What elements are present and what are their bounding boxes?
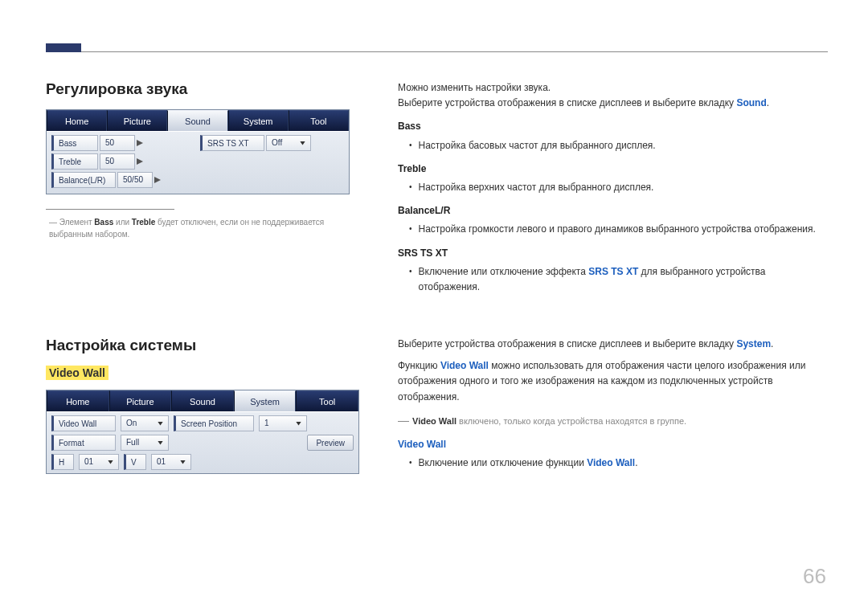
tab-tool[interactable]: Tool — [289, 110, 349, 131]
h-label: H — [51, 454, 74, 470]
sound-intro1: Можно изменить настройки звука. — [398, 80, 828, 96]
header-accent-block — [46, 43, 81, 52]
sound-tabs: Home Picture Sound System Tool — [47, 110, 349, 131]
chevron-down-icon — [108, 460, 113, 464]
balance-label: Balance(L/R) — [51, 172, 116, 188]
tab-picture[interactable]: Picture — [109, 390, 172, 411]
footnote-rule — [46, 209, 174, 210]
bullet: •Включение или отключение функции Video … — [409, 456, 828, 471]
sound-panel: Home Picture Sound System Tool Bass 50 — [46, 109, 350, 194]
system-description: Выберите устройства отображения в списке… — [398, 337, 828, 475]
system-row-2: Format Full Preview — [51, 435, 354, 451]
chevron-down-icon — [158, 422, 163, 426]
system-tabs: Home Picture Sound System Tool — [47, 390, 358, 411]
preview-button[interactable]: Preview — [307, 435, 354, 451]
desc-videowall: Video Wall — [398, 437, 828, 452]
header-rule — [46, 51, 828, 52]
bullet: •Настройка басовых частот для выбранного… — [409, 138, 828, 153]
system-panel: Home Picture Sound System Tool Video Wal… — [46, 390, 359, 474]
h-value[interactable]: 01 — [79, 454, 119, 470]
slider-icon[interactable] — [137, 158, 143, 165]
chevron-down-icon — [180, 460, 186, 464]
system-panel-body: Video Wall On Screen Position 1 Format F… — [47, 411, 358, 473]
tab-system[interactable]: System — [234, 390, 297, 411]
highlight-videowall: Video Wall — [46, 366, 108, 380]
sound-footnote: ― Элемент Bass или Treble будет отключен… — [46, 216, 359, 240]
tab-tool[interactable]: Tool — [296, 390, 358, 411]
field-bass: Bass 50 — [51, 135, 195, 151]
treble-label: Treble — [51, 153, 98, 170]
tab-system[interactable]: System — [228, 110, 289, 131]
sound-col-right: SRS TS XT Off — [200, 135, 344, 190]
field-srs: SRS TS XT Off — [200, 135, 344, 151]
tab-home[interactable]: Home — [47, 110, 107, 131]
videowall-label: Video Wall — [51, 415, 116, 431]
videowall-value[interactable]: On — [121, 415, 169, 431]
bullet: •Настройка верхних частот для выбранного… — [409, 180, 828, 195]
system-row-3: H 01 V 01 — [51, 454, 354, 470]
format-label: Format — [51, 435, 116, 451]
sound-left-column: Регулировка звука Home Picture Sound Sys… — [46, 80, 359, 298]
desc-treble: Treble — [398, 161, 828, 177]
section-sound: Регулировка звука Home Picture Sound Sys… — [46, 80, 828, 298]
section-system: Настройка системы Video Wall Home Pictur… — [46, 337, 828, 475]
bullet: •Настройка громкости левого и правого ди… — [409, 222, 828, 237]
section-title-sound: Регулировка звука — [46, 80, 359, 98]
sound-col-left: Bass 50 Treble 50 Balance(L/R) 50/50 — [51, 135, 195, 190]
section-title-system: Настройка системы — [46, 337, 359, 354]
sound-intro2: Выберите устройства отображения в списке… — [398, 96, 828, 111]
balance-value[interactable]: 50/50 — [117, 172, 153, 188]
chevron-down-icon — [296, 422, 301, 426]
tab-home[interactable]: Home — [47, 390, 109, 411]
system-row-1: Video Wall On Screen Position 1 — [51, 415, 354, 431]
format-value[interactable]: Full — [121, 435, 169, 451]
field-treble: Treble 50 — [51, 153, 195, 170]
bass-label: Bass — [51, 135, 98, 151]
screenpos-value[interactable]: 1 — [259, 415, 307, 431]
treble-value[interactable]: 50 — [100, 153, 135, 170]
system-intro: Выберите устройства отображения в списке… — [398, 337, 828, 352]
page-content: Регулировка звука Home Picture Sound Sys… — [46, 80, 828, 475]
field-balance: Balance(L/R) 50/50 — [51, 172, 195, 188]
desc-balance: BalanceL/R — [398, 203, 828, 219]
desc-srs: SRS TS XT — [398, 246, 828, 261]
chevron-down-icon — [158, 441, 163, 445]
srs-value[interactable]: Off — [266, 135, 311, 151]
system-body: Функцию Video Wall можно использовать дл… — [398, 358, 828, 405]
sound-description: Можно изменить настройки звука. Выберите… — [398, 80, 828, 298]
srs-label: SRS TS XT — [200, 135, 264, 151]
slider-icon[interactable] — [154, 177, 161, 183]
v-value[interactable]: 01 — [151, 454, 191, 470]
system-left-column: Настройка системы Video Wall Home Pictur… — [46, 337, 359, 475]
bass-value[interactable]: 50 — [100, 135, 135, 151]
sound-panel-body: Bass 50 Treble 50 Balance(L/R) 50/50 — [47, 131, 349, 194]
bullet: •Включение или отключение эффекта SRS TS… — [409, 264, 828, 295]
slider-icon[interactable] — [137, 140, 143, 146]
tab-picture[interactable]: Picture — [107, 110, 167, 131]
screenpos-label: Screen Position — [174, 415, 254, 431]
tab-sound[interactable]: Sound — [171, 390, 234, 411]
desc-bass: Bass — [398, 119, 828, 134]
chevron-down-icon — [300, 141, 305, 145]
v-label: V — [124, 454, 146, 470]
page-number: 66 — [803, 564, 826, 589]
tab-sound[interactable]: Sound — [167, 110, 227, 131]
system-note: ―Video Wall включено, только когда устро… — [398, 411, 828, 429]
